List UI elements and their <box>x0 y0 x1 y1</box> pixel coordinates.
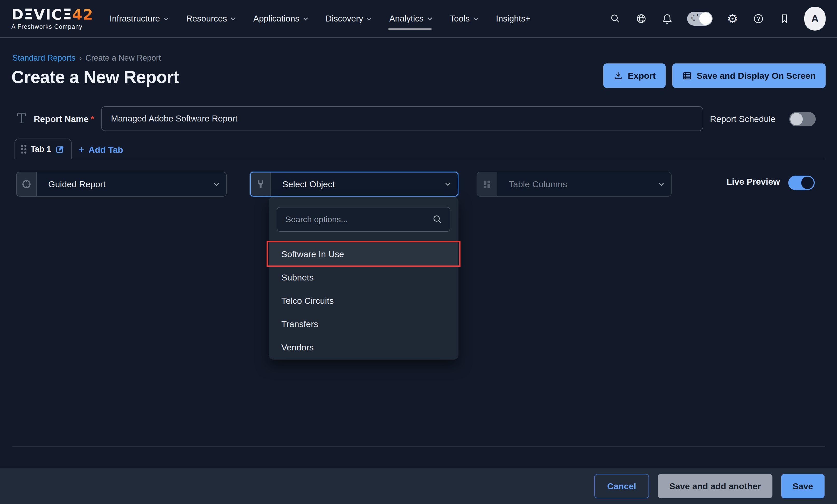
chevron-down-icon <box>659 181 663 186</box>
page-title: Create a New Report <box>12 67 179 87</box>
theme-toggle-knob <box>699 13 712 25</box>
text-type-icon: T <box>17 111 26 126</box>
select-object-value: Select Object <box>282 179 445 189</box>
nav-item-tools[interactable]: Tools <box>450 0 477 37</box>
export-button[interactable]: Export <box>603 63 665 88</box>
nav-item-discovery[interactable]: Discovery <box>326 0 370 37</box>
navbar-actions: ☾ ✦ ⚙ ? A <box>609 7 825 31</box>
tab-1-label: Tab 1 <box>31 145 51 154</box>
nav-item-resources[interactable]: Resources <box>186 0 234 37</box>
table-columns-placeholder: Table Columns <box>509 179 659 189</box>
option-vendors[interactable]: Vendors <box>269 336 458 359</box>
add-tab-button[interactable]: + Add Tab <box>78 144 123 156</box>
option-subnets[interactable]: Subnets <box>269 266 458 289</box>
tab-bar-divider <box>13 159 825 159</box>
avatar[interactable]: A <box>804 7 825 31</box>
report-schedule-label: Report Schedule <box>710 114 776 124</box>
chevron-down-icon <box>474 16 478 20</box>
dropdown-search-input[interactable] <box>277 207 450 232</box>
theme-toggle[interactable]: ☾ ✦ <box>687 12 713 26</box>
device42-app: DΞVICΞ42 A Freshworks Company Infrastruc… <box>0 0 837 504</box>
chevron-down-icon <box>427 16 432 20</box>
breadcrumb-current: Create a New Report <box>85 53 161 63</box>
header-actions: Export Save and Display On Screen <box>603 63 825 88</box>
grid-icon <box>477 172 497 196</box>
wrench-icon <box>251 172 271 196</box>
settings-gear-icon[interactable]: ⚙ <box>727 13 738 24</box>
device42-logo[interactable]: DΞVICΞ42 A Freshworks Company <box>12 7 93 30</box>
nav-item-applications[interactable]: Applications <box>253 0 306 37</box>
nav-item-insights[interactable]: Insights+ <box>496 0 531 37</box>
breadcrumb-link-standard-reports[interactable]: Standard Reports <box>13 53 75 63</box>
option-telco-circuits[interactable]: Telco Circuits <box>269 289 458 312</box>
search-icon <box>432 214 443 226</box>
save-and-display-button[interactable]: Save and Display On Screen <box>672 63 825 88</box>
table-columns-select[interactable]: Table Columns <box>477 172 672 197</box>
option-transfers[interactable]: Transfers <box>269 312 458 336</box>
breadcrumb: Standard Reports › Create a New Report <box>13 53 161 63</box>
tab-1[interactable]: Tab 1 <box>15 138 72 159</box>
logo-wordmark: DΞVICΞ42 <box>12 7 93 22</box>
nav-item-infrastructure[interactable]: Infrastructure <box>109 0 167 37</box>
live-preview-label: Live Preview <box>727 176 780 187</box>
table-icon <box>682 71 692 80</box>
search-icon[interactable] <box>609 13 621 24</box>
target-icon <box>17 172 37 196</box>
main-nav: Infrastructure Resources Applications Di… <box>109 0 530 37</box>
drag-handle-icon[interactable] <box>21 145 26 154</box>
svg-text:?: ? <box>756 16 760 22</box>
option-software-in-use[interactable]: Software In Use <box>269 242 458 266</box>
report-name-label: Report Name* <box>34 114 94 124</box>
dropdown-option-list: Software In Use Subnets Telco Circuits T… <box>269 241 458 361</box>
notifications-bell-icon[interactable] <box>661 13 673 24</box>
edit-tab-icon[interactable] <box>55 144 65 154</box>
nav-item-analytics[interactable]: Analytics <box>389 0 430 37</box>
report-schedule-toggle[interactable] <box>789 112 816 126</box>
dropdown-search <box>277 207 450 232</box>
chevron-down-icon <box>164 16 168 20</box>
top-navbar: DΞVICΞ42 A Freshworks Company Infrastruc… <box>0 0 837 38</box>
select-object-dropdown[interactable]: Select Object <box>250 172 459 197</box>
sparkle-icon: ✦ <box>696 13 699 17</box>
save-and-add-another-button[interactable]: Save and add another <box>658 474 772 498</box>
report-type-select[interactable]: Guided Report <box>16 172 227 197</box>
chevron-down-icon <box>367 16 372 20</box>
report-type-value: Guided Report <box>48 179 214 189</box>
logo-subtitle: A Freshworks Company <box>12 23 93 30</box>
footer-action-bar: Cancel Save and add another Save <box>0 468 837 504</box>
chevron-down-icon <box>214 181 218 186</box>
breadcrumb-separator: › <box>79 53 82 63</box>
required-asterisk: * <box>91 114 94 124</box>
save-button[interactable]: Save <box>781 474 824 498</box>
globe-icon[interactable] <box>635 13 647 24</box>
chevron-down-icon <box>445 181 450 186</box>
chevron-down-icon <box>303 16 308 20</box>
plus-icon: + <box>78 144 84 156</box>
chevron-down-icon <box>231 16 235 20</box>
select-object-options-panel: Software In Use Subnets Telco Circuits T… <box>269 197 459 359</box>
bookmark-icon[interactable] <box>778 13 790 24</box>
report-name-input[interactable] <box>101 106 703 131</box>
live-preview-toggle[interactable] <box>788 175 815 190</box>
content-bottom-divider <box>13 446 825 447</box>
cancel-button[interactable]: Cancel <box>594 474 649 498</box>
download-icon <box>613 71 623 80</box>
help-icon[interactable]: ? <box>752 13 764 24</box>
